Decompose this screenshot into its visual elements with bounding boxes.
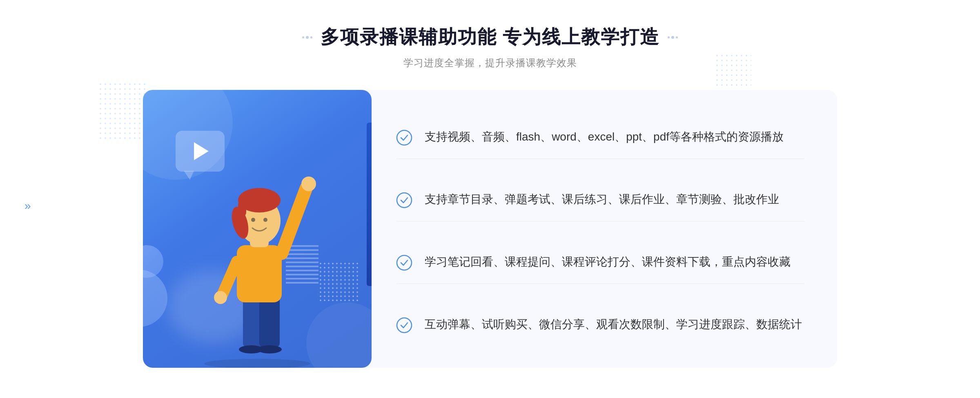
- main-title: 多项录播课辅助功能 专为线上教学打造: [321, 25, 660, 50]
- chevron-icon: »: [24, 200, 31, 212]
- svg-point-16: [263, 218, 267, 222]
- chevron-decoration: »: [24, 200, 31, 212]
- feature-item-1: 支持视频、音频、flash、word、excel、ppt、pdf等各种格式的资源…: [396, 124, 804, 159]
- svg-point-9: [214, 291, 227, 304]
- check-icon-4: [396, 317, 412, 333]
- circle-decoration-1: [143, 270, 167, 327]
- svg-point-18: [397, 193, 412, 208]
- header-decorators: 多项录播课辅助功能 专为线上教学打造: [302, 25, 678, 50]
- check-icon-2: [396, 192, 412, 208]
- svg-point-19: [397, 255, 412, 270]
- check-icon-1: [396, 130, 412, 146]
- decorator-dots-left: [302, 36, 312, 39]
- feature-item-3: 学习笔记回看、课程提问、课程评论打分、课件资料下载，重点内容收藏: [396, 241, 804, 284]
- svg-point-0: [204, 359, 310, 368]
- svg-rect-5: [237, 245, 282, 302]
- page-container: 多项录播课辅助功能 专为线上教学打造 学习进度全掌握，提升录播课教学效果: [0, 0, 980, 398]
- circle-decoration-2: [143, 245, 163, 278]
- header-section: 多项录播课辅助功能 专为线上教学打造 学习进度全掌握，提升录播课教学效果: [302, 25, 678, 69]
- feature-text-4: 互动弹幕、试听购买、微信分享、观看次数限制、学习进度跟踪、数据统计: [425, 315, 802, 334]
- svg-point-7: [301, 177, 316, 191]
- svg-line-6: [282, 188, 306, 253]
- subtitle: 学习进度全掌握，提升录播课教学效果: [302, 56, 678, 69]
- person-illustration: [180, 155, 335, 368]
- dots-decoration-right: [715, 53, 751, 86]
- feature-text-2: 支持章节目录、弹题考试、课后练习、课后作业、章节测验、批改作业: [425, 190, 779, 209]
- svg-point-20: [397, 318, 412, 333]
- svg-point-17: [397, 130, 412, 145]
- content-area: 支持视频、音频、flash、word、excel、ppt、pdf等各种格式的资源…: [143, 90, 837, 368]
- illustration-card: [143, 90, 372, 368]
- check-icon-3: [396, 255, 412, 271]
- decorator-dots-right: [668, 36, 678, 39]
- blue-bar-accent: [367, 123, 372, 286]
- svg-point-4: [257, 345, 282, 353]
- dots-decoration-left: [98, 82, 147, 139]
- feature-text-1: 支持视频、音频、flash、word、excel、ppt、pdf等各种格式的资源…: [425, 128, 784, 146]
- svg-point-15: [251, 218, 255, 222]
- svg-line-8: [223, 262, 237, 294]
- feature-item-4: 互动弹幕、试听购买、微信分享、观看次数限制、学习进度跟踪、数据统计: [396, 303, 804, 334]
- features-card: 支持视频、音频、flash、word、excel、ppt、pdf等各种格式的资源…: [363, 90, 837, 368]
- feature-item-2: 支持章节目录、弹题考试、课后练习、课后作业、章节测验、批改作业: [396, 178, 804, 221]
- feature-text-3: 学习笔记回看、课程提问、课程评论打分、课件资料下载，重点内容收藏: [425, 253, 791, 271]
